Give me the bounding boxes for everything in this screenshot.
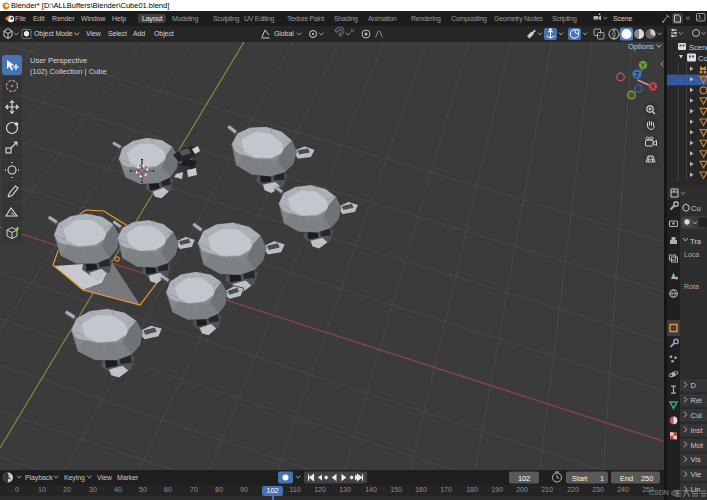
svg-text:Vis: Vis: [691, 455, 702, 464]
svg-text:Vie: Vie: [691, 470, 702, 479]
svg-text:Co: Co: [698, 54, 707, 63]
svg-text:250: 250: [641, 474, 653, 483]
svg-text:Rel: Rel: [691, 396, 703, 405]
svg-text:End: End: [620, 474, 633, 483]
svg-text:D: D: [691, 381, 697, 390]
svg-text:(102) Collection | Cube: (102) Collection | Cube: [30, 67, 107, 76]
svg-text:Loca: Loca: [684, 251, 699, 258]
svg-text:Start: Start: [572, 474, 588, 483]
svg-text:X: X: [651, 83, 656, 90]
svg-text:Col: Col: [691, 411, 703, 420]
svg-text:1: 1: [600, 474, 604, 483]
svg-text:Rota: Rota: [684, 283, 699, 290]
svg-text:Options: Options: [628, 42, 654, 51]
svg-text:Y: Y: [641, 62, 646, 69]
svg-text:102: 102: [518, 474, 530, 483]
svg-text:User Perspective: User Perspective: [30, 56, 87, 65]
svg-text:Mot: Mot: [691, 441, 704, 450]
svg-text:Scene: Scene: [613, 15, 633, 22]
svg-text:Cu: Cu: [691, 204, 701, 213]
svg-text:Z: Z: [635, 71, 639, 78]
svg-text:Tra: Tra: [690, 237, 702, 246]
svg-text:Scene: Scene: [689, 43, 707, 52]
svg-text:Inst: Inst: [691, 426, 704, 435]
